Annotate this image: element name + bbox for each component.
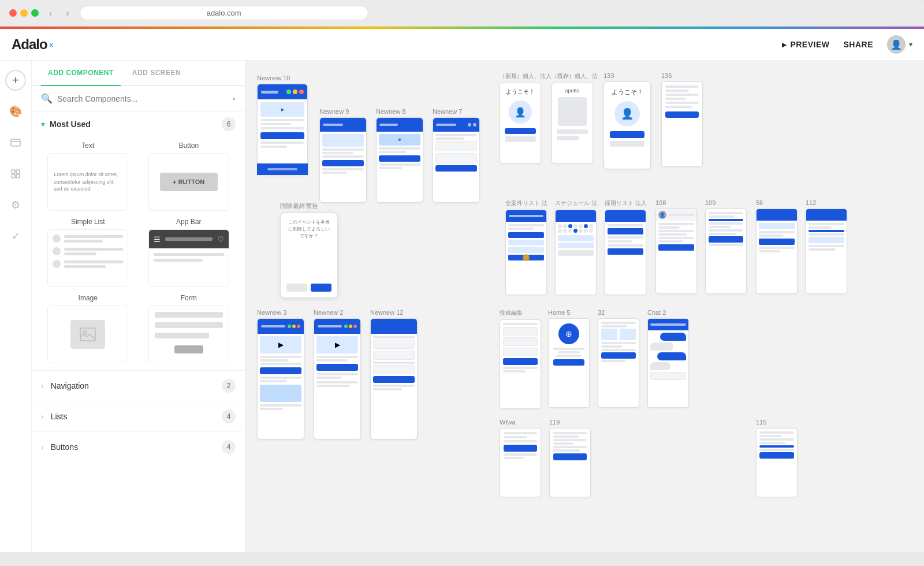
panel-tabs: ADD COMPONENT ADD SCREEN xyxy=(32,61,245,86)
screen-109-label: 109 xyxy=(705,199,747,206)
category-list: › Navigation 2 › Lists 4 › Buttons 4 xyxy=(32,370,245,462)
preview-button[interactable]: ▶ PREVIEW xyxy=(782,40,830,49)
settings-icon[interactable]: ⚙ xyxy=(5,195,26,215)
back-button[interactable]: ‹ xyxy=(46,7,55,20)
add-button[interactable]: + xyxy=(5,70,26,91)
search-bar: 🔍 ● xyxy=(32,86,245,111)
svg-rect-2 xyxy=(12,170,15,173)
screen-136-label: 136 xyxy=(661,72,703,79)
component-form[interactable]: Form xyxy=(142,294,236,363)
screen-newnew3-label: Newnew 3 xyxy=(257,309,304,316)
category-buttons[interactable]: › Buttons 4 xyxy=(32,432,245,462)
category-buttons-count: 4 xyxy=(222,440,236,454)
chevron-down-icon: ▾ xyxy=(41,120,45,129)
check-icon[interactable]: ✓ xyxy=(5,226,26,247)
icon-rail: + 🎨 ⚙ ✓ xyxy=(0,61,32,552)
appbar-menu-icon: ☰ xyxy=(154,235,161,244)
wfwa-label: Wfwa xyxy=(500,419,541,426)
category-lists[interactable]: › Lists 4 xyxy=(32,401,245,432)
screen-32-label: 32 xyxy=(598,309,639,316)
text-preview-content: Lorem ipsum dolor sit amet, consectetur … xyxy=(54,171,122,193)
screen-119: 119 xyxy=(549,419,591,497)
screen-chat2: Chat 2 xyxy=(647,309,689,408)
screen-108-label: 108 xyxy=(655,199,697,206)
screen-newnew10-label: Newnew 10 xyxy=(257,75,308,81)
svg-rect-3 xyxy=(16,170,20,173)
category-buttons-label: Buttons xyxy=(51,442,222,452)
component-button[interactable]: Button + BUTTON xyxy=(142,142,236,211)
screen-newnew2: Newnew 2 ▶ xyxy=(314,309,361,440)
screen-newnew12-label: Newnew 12 xyxy=(370,309,418,316)
chevron-right-icon-3: › xyxy=(41,442,44,452)
screen-109: 109 xyxy=(705,199,747,294)
palette-icon[interactable]: 🎨 xyxy=(5,101,26,122)
screen-post-edit: 投稿編集 xyxy=(500,309,541,409)
screen-newnew2-label: Newnew 2 xyxy=(314,309,361,316)
screen-133: 133 ようこそ！ 👤 xyxy=(603,72,651,169)
post-edit-label: 投稿編集 xyxy=(500,309,541,317)
component-image[interactable]: Image xyxy=(41,294,135,363)
address-bar[interactable]: adalo.com xyxy=(80,6,368,20)
most-used-label: Most Used xyxy=(50,120,222,129)
screen-newnew7-label: Newnew 7 xyxy=(433,108,480,115)
svg-rect-6 xyxy=(80,328,95,341)
delete-dialog-label: 削除最終警告 xyxy=(280,202,338,210)
screen-newnew3: Newnew 3 ▶ xyxy=(257,309,304,440)
category-lists-label: Lists xyxy=(51,412,222,421)
component-simple-list[interactable]: Simple List xyxy=(41,218,135,287)
button-preview: + BUTTON xyxy=(160,173,218,191)
all-cases-label: 全案件リスト 法 xyxy=(505,199,547,207)
component-text-label: Text xyxy=(81,142,94,150)
screen-newnew10: Newnew 10 ▶ xyxy=(257,75,308,175)
screen-schedule: スケジュール 法 xyxy=(555,199,597,295)
screen-shinki-kojin: （新規）個人、法人 ようこそ！ 👤 xyxy=(500,72,552,163)
share-button[interactable]: SHARE xyxy=(843,40,873,49)
chevron-down-icon: ▾ xyxy=(909,40,912,49)
component-form-label: Form xyxy=(181,294,197,302)
maximize-dot[interactable] xyxy=(31,9,39,17)
screen-56: 56 xyxy=(756,199,798,294)
canvas[interactable]: Newnew 10 ▶ xyxy=(245,61,924,552)
minimize-dot[interactable] xyxy=(20,9,28,17)
play-icon: ▶ xyxy=(782,42,787,48)
screen-kison-label: （既存）個人、法 xyxy=(552,72,598,80)
screen-133-label: 133 xyxy=(603,72,651,79)
forward-button[interactable]: › xyxy=(62,7,72,20)
screen-newnew9: Newnew 9 xyxy=(319,108,367,203)
category-navigation[interactable]: › Navigation 2 xyxy=(32,371,245,401)
tab-add-screen[interactable]: ADD SCREEN xyxy=(125,61,188,85)
component-app-bar[interactable]: App Bar ☰ ♡ xyxy=(142,218,236,287)
category-navigation-count: 2 xyxy=(222,379,236,393)
screen-shinki-label: （新規）個人、法人 xyxy=(500,72,552,80)
svg-rect-0 xyxy=(11,139,20,146)
data-icon[interactable] xyxy=(5,163,26,184)
component-grid: Text Lorem ipsum dolor sit amet, consect… xyxy=(32,137,245,368)
home5-label: Home 5 xyxy=(548,309,590,316)
screen-115: 115 xyxy=(756,419,798,497)
component-image-label: Image xyxy=(79,294,98,302)
search-input[interactable] xyxy=(57,94,228,103)
screen-32: 32 xyxy=(598,309,639,408)
category-navigation-label: Navigation xyxy=(51,381,222,390)
search-dot: ● xyxy=(232,95,236,102)
screen-newnew7: Newnew 7 xyxy=(433,108,480,203)
appbar-heart-icon: ♡ xyxy=(217,235,224,244)
component-list-label: Simple List xyxy=(71,218,105,226)
most-used-header[interactable]: ▾ Most Used 6 xyxy=(32,111,245,137)
user-menu[interactable]: 👤 ▾ xyxy=(887,35,912,54)
component-text[interactable]: Text Lorem ipsum dolor sit amet, consect… xyxy=(41,142,135,211)
svg-rect-4 xyxy=(12,174,15,178)
chevron-right-icon: › xyxy=(41,381,44,390)
screens-icon[interactable] xyxy=(5,132,26,153)
screen-119-label: 119 xyxy=(549,419,591,426)
screen-115-label: 115 xyxy=(756,419,798,426)
avatar: 👤 xyxy=(887,35,906,54)
close-dot[interactable] xyxy=(9,9,17,17)
tab-add-component[interactable]: ADD COMPONENT xyxy=(41,61,121,86)
category-lists-count: 4 xyxy=(222,409,236,423)
browser-dots xyxy=(9,9,39,17)
component-appbar-label: App Bar xyxy=(176,218,201,226)
screen-112: 112 xyxy=(806,199,847,294)
screen-108: 108 👤 xyxy=(655,199,697,294)
component-button-label: Button xyxy=(178,142,199,150)
